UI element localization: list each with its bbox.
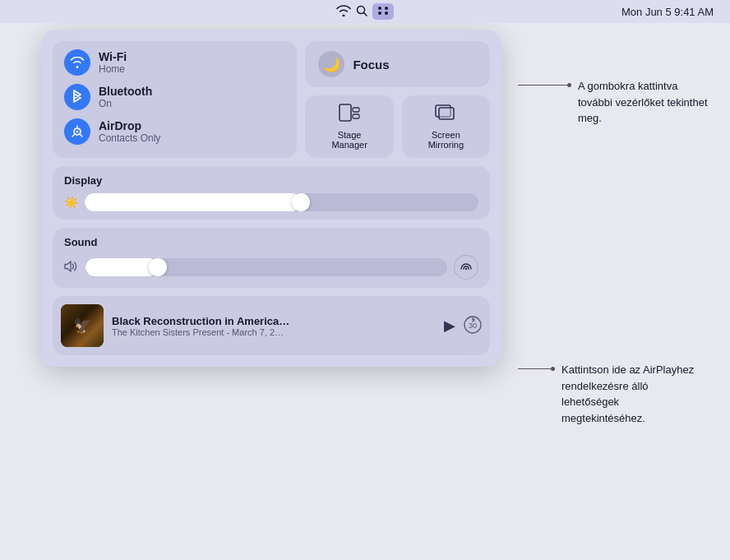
stage-manager-icon — [339, 104, 360, 127]
wifi-item[interactable]: Wi-Fi Home — [64, 49, 285, 76]
album-art-bird-icon: 🦅 — [73, 317, 91, 335]
wifi-icon[interactable] — [336, 5, 351, 19]
svg-rect-10 — [353, 114, 359, 118]
control-center-panel: Wi-Fi Home Bluetooth On — [41, 30, 501, 367]
bluetooth-text: Bluetooth On — [99, 85, 152, 109]
search-icon[interactable] — [356, 5, 367, 19]
now-playing-text: Black Reconstruction in America… The Kit… — [112, 315, 436, 337]
now-playing-subtitle: The Kitchen Sisters Present - March 7, 2… — [112, 327, 436, 337]
svg-text:30: 30 — [469, 322, 477, 330]
svg-rect-9 — [353, 108, 359, 112]
bluetooth-sublabel: On — [99, 98, 152, 109]
wifi-text: Wi-Fi Home — [99, 50, 127, 75]
annotation-bottom: Kattintson ide az AirPlayhez rendelkezés… — [518, 362, 697, 426]
wifi-label: Wi-Fi — [99, 50, 127, 63]
airdrop-toggle-icon[interactable] — [64, 118, 90, 145]
stage-row: StageManager ScreenMirroring — [305, 95, 490, 158]
sound-section-label: Sound — [64, 236, 478, 248]
airplay-button[interactable] — [454, 255, 478, 280]
display-slider-row: ☀️ — [64, 193, 478, 211]
now-playing-controls: ▶ 30 — [444, 316, 482, 336]
focus-icon: 🌙 — [318, 51, 344, 77]
album-art: 🦅 — [61, 304, 104, 347]
brightness-icon: ☀️ — [64, 196, 78, 209]
screen-mirroring-icon — [435, 104, 456, 127]
svg-point-5 — [385, 12, 388, 15]
volume-slider[interactable] — [85, 258, 447, 276]
svg-point-3 — [385, 7, 388, 10]
svg-point-4 — [378, 12, 381, 15]
svg-point-13 — [465, 268, 467, 270]
stage-manager-tile[interactable]: StageManager — [305, 95, 393, 158]
brightness-slider[interactable] — [85, 193, 478, 211]
svg-rect-8 — [340, 104, 351, 121]
wifi-sublabel: Home — [99, 63, 127, 75]
stage-manager-label: StageManager — [331, 130, 367, 150]
menubar-time: Mon Jun 5 9:41 AM — [621, 6, 714, 18]
control-center-icon[interactable] — [372, 3, 394, 20]
wifi-toggle-icon[interactable] — [64, 49, 90, 76]
airdrop-sublabel: Contacts Only — [99, 132, 160, 144]
menubar: Mon Jun 5 9:41 AM — [0, 0, 730, 23]
focus-tile[interactable]: 🌙 Focus — [305, 41, 490, 87]
sound-slider-row — [64, 255, 478, 280]
skip-forward-button[interactable]: 30 — [464, 316, 482, 336]
now-playing-title: Black Reconstruction in America… — [112, 315, 436, 327]
connectivity-tile: Wi-Fi Home Bluetooth On — [53, 41, 297, 158]
menubar-right: Mon Jun 5 9:41 AM — [621, 0, 714, 23]
annotation-top-text: A gombokra kattintva további vezérlőket … — [578, 78, 709, 127]
bluetooth-label: Bluetooth — [99, 85, 152, 98]
airdrop-text: AirDrop Contacts Only — [99, 119, 160, 144]
display-section: Display ☀️ — [53, 166, 490, 220]
display-section-label: Display — [64, 174, 478, 187]
svg-point-2 — [378, 7, 381, 10]
menubar-center — [336, 3, 394, 20]
volume-icon — [64, 260, 79, 275]
bluetooth-item[interactable]: Bluetooth On — [64, 84, 285, 110]
airdrop-item[interactable]: AirDrop Contacts Only — [64, 118, 285, 145]
right-column: 🌙 Focus StageManager — [305, 41, 490, 158]
now-playing-section: 🦅 Black Reconstruction in America… The K… — [53, 296, 490, 355]
annotation-bottom-text: Kattintson ide az AirPlayhez rendelkezés… — [561, 362, 697, 426]
svg-line-1 — [364, 12, 367, 16]
screen-mirroring-label: ScreenMirroring — [428, 130, 464, 150]
bluetooth-toggle-icon[interactable] — [64, 84, 90, 110]
airdrop-label: AirDrop — [99, 119, 160, 132]
play-button[interactable]: ▶ — [444, 317, 455, 335]
top-row: Wi-Fi Home Bluetooth On — [53, 41, 490, 158]
svg-rect-12 — [439, 108, 454, 119]
annotation-top: A gombokra kattintva további vezérlőket … — [518, 78, 709, 127]
screen-mirroring-tile[interactable]: ScreenMirroring — [402, 95, 490, 158]
svg-point-7 — [76, 131, 79, 133]
sound-section: Sound — [53, 228, 490, 288]
focus-label: Focus — [353, 58, 389, 72]
